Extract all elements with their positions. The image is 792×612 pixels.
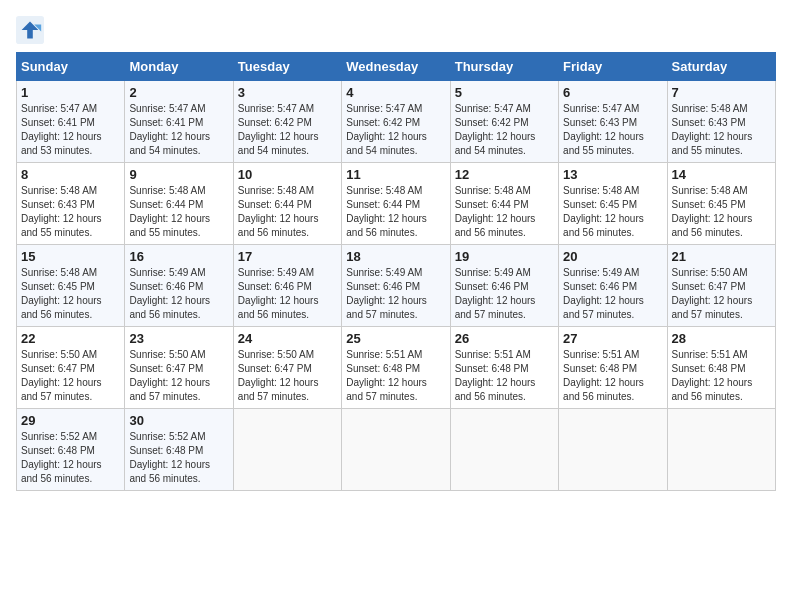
calendar-day-cell: 2 Sunrise: 5:47 AM Sunset: 6:41 PM Dayli… (125, 81, 233, 163)
sunrise-text: Sunrise: 5:48 AM (129, 185, 205, 196)
day-number: 10 (238, 167, 337, 182)
sunset-text: Sunset: 6:41 PM (21, 117, 95, 128)
daylight-text: Daylight: 12 hours and 54 minutes. (129, 131, 210, 156)
sunset-text: Sunset: 6:48 PM (129, 445, 203, 456)
daylight-text: Daylight: 12 hours and 55 minutes. (129, 213, 210, 238)
sunrise-text: Sunrise: 5:48 AM (21, 185, 97, 196)
sunset-text: Sunset: 6:48 PM (346, 363, 420, 374)
calendar-day-cell: 18 Sunrise: 5:49 AM Sunset: 6:46 PM Dayl… (342, 245, 450, 327)
day-number: 2 (129, 85, 228, 100)
sunrise-text: Sunrise: 5:51 AM (563, 349, 639, 360)
day-info: Sunrise: 5:47 AM Sunset: 6:41 PM Dayligh… (129, 102, 228, 158)
day-number: 27 (563, 331, 662, 346)
day-number: 13 (563, 167, 662, 182)
day-number: 14 (672, 167, 771, 182)
calendar-day-cell: 21 Sunrise: 5:50 AM Sunset: 6:47 PM Dayl… (667, 245, 775, 327)
calendar-day-cell: 27 Sunrise: 5:51 AM Sunset: 6:48 PM Dayl… (559, 327, 667, 409)
sunrise-text: Sunrise: 5:48 AM (672, 185, 748, 196)
daylight-text: Daylight: 12 hours and 55 minutes. (672, 131, 753, 156)
sunrise-text: Sunrise: 5:47 AM (21, 103, 97, 114)
calendar-week-row: 15 Sunrise: 5:48 AM Sunset: 6:45 PM Dayl… (17, 245, 776, 327)
day-number: 6 (563, 85, 662, 100)
day-number: 29 (21, 413, 120, 428)
sunset-text: Sunset: 6:42 PM (346, 117, 420, 128)
day-number: 5 (455, 85, 554, 100)
calendar-day-cell: 1 Sunrise: 5:47 AM Sunset: 6:41 PM Dayli… (17, 81, 125, 163)
sunrise-text: Sunrise: 5:50 AM (238, 349, 314, 360)
calendar-day-cell: 20 Sunrise: 5:49 AM Sunset: 6:46 PM Dayl… (559, 245, 667, 327)
day-info: Sunrise: 5:51 AM Sunset: 6:48 PM Dayligh… (346, 348, 445, 404)
daylight-text: Daylight: 12 hours and 55 minutes. (563, 131, 644, 156)
day-number: 21 (672, 249, 771, 264)
day-number: 22 (21, 331, 120, 346)
day-number: 1 (21, 85, 120, 100)
sunrise-text: Sunrise: 5:49 AM (129, 267, 205, 278)
daylight-text: Daylight: 12 hours and 56 minutes. (455, 377, 536, 402)
sunset-text: Sunset: 6:48 PM (21, 445, 95, 456)
calendar-header: SundayMondayTuesdayWednesdayThursdayFrid… (17, 53, 776, 81)
weekday-header: Saturday (667, 53, 775, 81)
calendar-day-cell (342, 409, 450, 491)
sunset-text: Sunset: 6:44 PM (346, 199, 420, 210)
sunset-text: Sunset: 6:47 PM (21, 363, 95, 374)
daylight-text: Daylight: 12 hours and 55 minutes. (21, 213, 102, 238)
sunset-text: Sunset: 6:44 PM (129, 199, 203, 210)
day-number: 11 (346, 167, 445, 182)
daylight-text: Daylight: 12 hours and 56 minutes. (238, 213, 319, 238)
daylight-text: Daylight: 12 hours and 56 minutes. (129, 459, 210, 484)
sunset-text: Sunset: 6:47 PM (238, 363, 312, 374)
day-info: Sunrise: 5:50 AM Sunset: 6:47 PM Dayligh… (672, 266, 771, 322)
sunset-text: Sunset: 6:46 PM (346, 281, 420, 292)
calendar-day-cell: 23 Sunrise: 5:50 AM Sunset: 6:47 PM Dayl… (125, 327, 233, 409)
day-number: 19 (455, 249, 554, 264)
calendar-day-cell: 26 Sunrise: 5:51 AM Sunset: 6:48 PM Dayl… (450, 327, 558, 409)
sunset-text: Sunset: 6:47 PM (672, 281, 746, 292)
sunrise-text: Sunrise: 5:51 AM (455, 349, 531, 360)
sunset-text: Sunset: 6:45 PM (672, 199, 746, 210)
daylight-text: Daylight: 12 hours and 56 minutes. (672, 213, 753, 238)
daylight-text: Daylight: 12 hours and 57 minutes. (672, 295, 753, 320)
day-number: 7 (672, 85, 771, 100)
day-info: Sunrise: 5:51 AM Sunset: 6:48 PM Dayligh… (563, 348, 662, 404)
calendar-day-cell (233, 409, 341, 491)
sunrise-text: Sunrise: 5:48 AM (238, 185, 314, 196)
daylight-text: Daylight: 12 hours and 57 minutes. (21, 377, 102, 402)
daylight-text: Daylight: 12 hours and 56 minutes. (672, 377, 753, 402)
weekday-header: Friday (559, 53, 667, 81)
sunrise-text: Sunrise: 5:50 AM (672, 267, 748, 278)
weekday-header: Thursday (450, 53, 558, 81)
calendar-day-cell: 8 Sunrise: 5:48 AM Sunset: 6:43 PM Dayli… (17, 163, 125, 245)
day-number: 12 (455, 167, 554, 182)
day-info: Sunrise: 5:52 AM Sunset: 6:48 PM Dayligh… (129, 430, 228, 486)
sunrise-text: Sunrise: 5:51 AM (346, 349, 422, 360)
calendar-day-cell: 3 Sunrise: 5:47 AM Sunset: 6:42 PM Dayli… (233, 81, 341, 163)
daylight-text: Daylight: 12 hours and 56 minutes. (563, 213, 644, 238)
sunset-text: Sunset: 6:46 PM (238, 281, 312, 292)
sunset-text: Sunset: 6:42 PM (455, 117, 529, 128)
weekday-header: Monday (125, 53, 233, 81)
day-number: 24 (238, 331, 337, 346)
day-info: Sunrise: 5:48 AM Sunset: 6:44 PM Dayligh… (129, 184, 228, 240)
sunset-text: Sunset: 6:43 PM (21, 199, 95, 210)
day-info: Sunrise: 5:50 AM Sunset: 6:47 PM Dayligh… (238, 348, 337, 404)
sunrise-text: Sunrise: 5:47 AM (455, 103, 531, 114)
calendar-week-row: 8 Sunrise: 5:48 AM Sunset: 6:43 PM Dayli… (17, 163, 776, 245)
day-info: Sunrise: 5:49 AM Sunset: 6:46 PM Dayligh… (129, 266, 228, 322)
calendar-day-cell (450, 409, 558, 491)
sunrise-text: Sunrise: 5:52 AM (21, 431, 97, 442)
sunrise-text: Sunrise: 5:52 AM (129, 431, 205, 442)
calendar-day-cell: 15 Sunrise: 5:48 AM Sunset: 6:45 PM Dayl… (17, 245, 125, 327)
calendar-day-cell: 11 Sunrise: 5:48 AM Sunset: 6:44 PM Dayl… (342, 163, 450, 245)
day-info: Sunrise: 5:48 AM Sunset: 6:43 PM Dayligh… (21, 184, 120, 240)
sunset-text: Sunset: 6:41 PM (129, 117, 203, 128)
calendar-day-cell: 4 Sunrise: 5:47 AM Sunset: 6:42 PM Dayli… (342, 81, 450, 163)
sunset-text: Sunset: 6:48 PM (563, 363, 637, 374)
sunset-text: Sunset: 6:46 PM (129, 281, 203, 292)
calendar-week-row: 29 Sunrise: 5:52 AM Sunset: 6:48 PM Dayl… (17, 409, 776, 491)
day-info: Sunrise: 5:50 AM Sunset: 6:47 PM Dayligh… (129, 348, 228, 404)
sunrise-text: Sunrise: 5:48 AM (21, 267, 97, 278)
day-info: Sunrise: 5:47 AM Sunset: 6:41 PM Dayligh… (21, 102, 120, 158)
day-info: Sunrise: 5:48 AM Sunset: 6:44 PM Dayligh… (455, 184, 554, 240)
day-info: Sunrise: 5:49 AM Sunset: 6:46 PM Dayligh… (346, 266, 445, 322)
daylight-text: Daylight: 12 hours and 56 minutes. (238, 295, 319, 320)
